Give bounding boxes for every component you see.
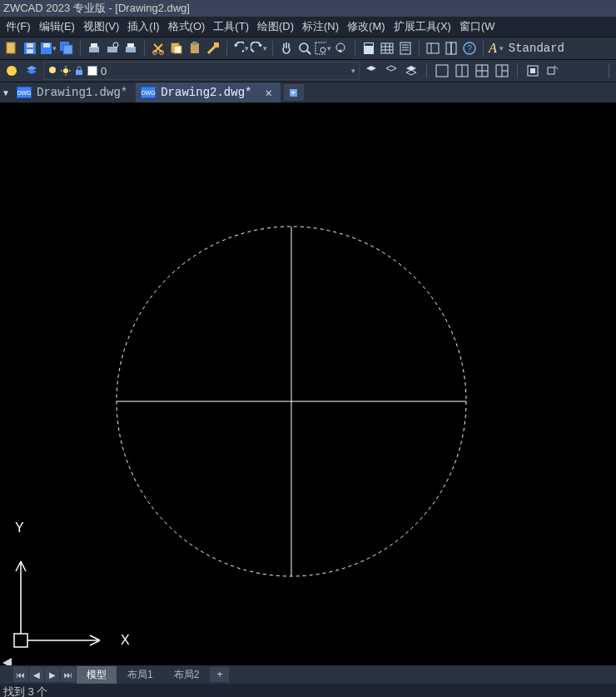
svg-rect-20	[214, 42, 219, 47]
document-tab-bar: ▼ DWG Drawing1.dwg* DWG Drawing2.dwg* ✕	[0, 82, 616, 103]
plot-icon[interactable]	[122, 40, 139, 57]
file-tab-drawing1[interactable]: DWG Drawing1.dwg*	[12, 82, 136, 102]
menu-file[interactable]: 件(F)	[2, 17, 35, 36]
dropdown-icon[interactable]: ▾	[351, 67, 355, 75]
svg-rect-9	[91, 43, 97, 47]
svg-rect-28	[381, 43, 393, 53]
calc-icon[interactable]	[360, 40, 377, 57]
svg-point-21	[300, 43, 308, 52]
toolbar-separator	[226, 41, 227, 56]
app-title: ZWCAD 2023 专业版 - [Drawing2.dwg]	[3, 2, 190, 14]
layer-toolbar: 0 ▾	[0, 60, 616, 82]
sun-icon	[61, 66, 71, 76]
last-tab-icon[interactable]: ⏭	[61, 667, 76, 682]
layer-selector[interactable]: 0 ▾	[43, 62, 360, 80]
menu-edit[interactable]: 编辑(E)	[35, 17, 79, 36]
status-text: 找到 3 个	[3, 685, 47, 697]
cut-icon[interactable]	[150, 40, 166, 57]
svg-rect-61	[530, 68, 535, 73]
properties-icon[interactable]	[397, 40, 414, 57]
paste-icon[interactable]	[186, 40, 203, 57]
drawing-canvas[interactable]: X Y	[0, 103, 616, 665]
svg-point-45	[63, 68, 68, 73]
next-tab-icon[interactable]: ▶	[45, 667, 60, 682]
layer-off-icon[interactable]	[363, 62, 380, 79]
svg-rect-8	[89, 47, 99, 52]
menu-insert[interactable]: 插入(I)	[123, 17, 163, 36]
svg-rect-70	[14, 634, 27, 647]
menu-window[interactable]: 窗口(W	[455, 17, 499, 36]
match-prop-icon[interactable]	[205, 40, 221, 57]
plus-icon	[288, 87, 300, 98]
new-file-icon[interactable]	[3, 40, 20, 57]
new-tab-button[interactable]	[284, 84, 304, 101]
toolbar-separator	[483, 41, 484, 56]
file-tab-label: Drawing1.dwg*	[37, 86, 127, 99]
layer-iso-icon[interactable]	[383, 62, 400, 79]
toolbar-separator	[272, 41, 273, 56]
print-preview-icon[interactable]	[104, 40, 121, 57]
svg-line-63	[554, 66, 558, 69]
file-tab-drawing2[interactable]: DWG Drawing2.dwg* ✕	[136, 82, 281, 102]
toolbar-separator	[609, 63, 609, 78]
viewport-four-icon[interactable]	[474, 62, 490, 79]
undo-icon[interactable]: ▾	[232, 40, 249, 57]
svg-rect-40	[451, 42, 456, 54]
viewport-three-icon[interactable]	[494, 62, 510, 79]
save-all-icon[interactable]	[58, 40, 75, 57]
menu-draw[interactable]: 绘图(D)	[253, 17, 298, 36]
layout2-tab[interactable]: 布局2	[164, 666, 210, 684]
layer-manager-icon[interactable]	[23, 62, 40, 79]
add-layout-tab[interactable]: +	[210, 667, 229, 682]
tool-palette-icon[interactable]	[443, 40, 460, 57]
first-tab-icon[interactable]: ⏮	[13, 667, 28, 682]
design-center-icon[interactable]	[425, 40, 441, 57]
layout1-tab[interactable]: 布局1	[117, 666, 163, 684]
redo-icon[interactable]: ▾	[251, 40, 267, 57]
dropdown-icon[interactable]: ▾	[499, 44, 504, 52]
menu-bar: 件(F) 编辑(E) 视图(V) 插入(I) 格式(O) 工具(T) 绘图(D)…	[0, 17, 616, 37]
save-icon[interactable]	[22, 40, 38, 57]
copy-icon[interactable]	[168, 40, 185, 57]
svg-rect-27	[365, 43, 373, 46]
table-icon[interactable]	[379, 40, 395, 57]
prev-tab-icon[interactable]: ◀	[29, 667, 44, 682]
layer-state-icon[interactable]	[3, 62, 20, 79]
block-insert-icon[interactable]	[544, 62, 561, 79]
text-style-selector[interactable]: Standard	[509, 42, 564, 55]
save-as-icon[interactable]: ▾	[40, 40, 57, 57]
menu-modify[interactable]: 修改(M)	[343, 17, 390, 36]
model-tab[interactable]: 模型	[77, 666, 117, 684]
block-icon[interactable]	[524, 62, 541, 79]
tab-list-dropdown[interactable]: ▼	[0, 88, 12, 97]
toolbar-separator	[426, 63, 427, 78]
svg-rect-37	[427, 43, 439, 53]
menu-dimension[interactable]: 标注(N)	[298, 17, 343, 36]
print-icon[interactable]	[86, 40, 102, 57]
menu-view[interactable]: 视图(V)	[79, 17, 123, 36]
menu-format[interactable]: 格式(O)	[164, 17, 210, 36]
svg-rect-17	[174, 46, 181, 53]
close-tab-icon[interactable]: ✕	[265, 86, 271, 100]
svg-rect-7	[63, 45, 72, 54]
zoom-window-icon[interactable]: ▾	[315, 40, 331, 57]
zoom-realtime-icon[interactable]	[296, 40, 313, 57]
svg-point-43	[7, 66, 17, 76]
pan-icon[interactable]	[278, 40, 295, 57]
svg-rect-3	[27, 49, 33, 53]
dwg-file-icon: DWG	[17, 87, 32, 98]
toolbar-separator	[419, 41, 420, 56]
help-icon[interactable]: ?	[461, 40, 478, 57]
zoom-prev-icon[interactable]	[333, 40, 350, 57]
svg-rect-51	[436, 65, 448, 77]
svg-point-24	[320, 47, 325, 52]
svg-rect-39	[446, 42, 451, 54]
svg-point-44	[49, 67, 56, 73]
menu-ext[interactable]: 扩展工具(X)	[390, 17, 455, 36]
layer-prev-icon[interactable]	[403, 62, 420, 79]
menu-tools[interactable]: 工具(T)	[209, 17, 253, 36]
viewport-single-icon[interactable]	[434, 62, 450, 79]
text-style-icon[interactable]: A	[489, 41, 497, 56]
viewport-two-icon[interactable]	[454, 62, 470, 79]
layout-tab-bar: ⏮ ◀ ▶ ⏭ 模型 布局1 布局2 +	[0, 665, 616, 684]
